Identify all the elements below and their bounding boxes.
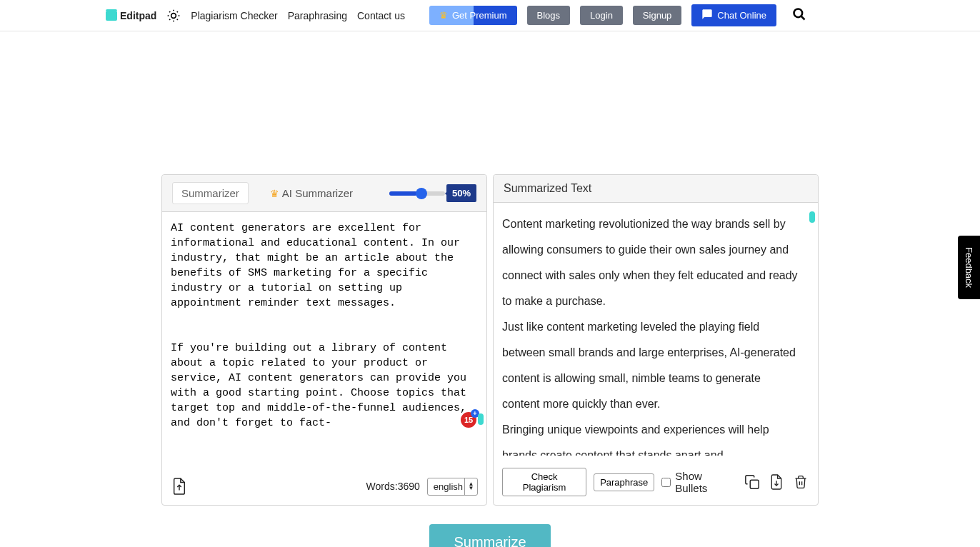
svg-point-9 xyxy=(794,9,803,17)
tab-ai-summarizer[interactable]: ♛ AI Summarizer xyxy=(261,183,361,204)
upload-file-icon[interactable] xyxy=(171,476,188,496)
grammar-badge[interactable]: 15 xyxy=(459,411,478,429)
show-bullets-label: Show Bullets xyxy=(675,470,736,494)
blogs-button[interactable]: Blogs xyxy=(527,6,571,25)
show-bullets-toggle[interactable]: Show Bullets xyxy=(661,470,736,494)
ai-summarizer-label: AI Summarizer xyxy=(282,187,353,199)
words-label: Words: xyxy=(366,481,398,492)
language-select[interactable]: english ▲▼ xyxy=(427,478,478,496)
output-title: Summarized Text xyxy=(504,182,591,195)
slider-fill xyxy=(389,191,417,196)
output-paragraph: Bringing unique viewpoints and experienc… xyxy=(502,417,799,456)
signup-button[interactable]: Signup xyxy=(633,6,681,25)
theme-toggle-icon[interactable] xyxy=(166,9,181,23)
output-paragraph: Content marketing revolutionized the way… xyxy=(502,211,799,314)
main-content: Summarizer ♛ AI Summarizer 50% 15 xyxy=(0,31,980,547)
svg-point-0 xyxy=(171,13,176,18)
words-value: 3690 xyxy=(398,481,420,492)
top-nav: Editpad Plagiarism Checker Paraphrasing … xyxy=(0,0,980,31)
svg-line-8 xyxy=(177,11,178,12)
get-premium-button[interactable]: ♛ Get Premium xyxy=(429,6,517,25)
input-body: 15 xyxy=(162,212,486,471)
download-icon[interactable] xyxy=(768,472,785,492)
logo-icon xyxy=(106,11,117,21)
slider-track[interactable] xyxy=(389,191,445,196)
summary-length-slider[interactable]: 50% xyxy=(389,184,476,202)
nav-plagiarism-checker[interactable]: Plagiarism Checker xyxy=(191,10,277,21)
source-text-input[interactable] xyxy=(171,221,478,465)
svg-line-3 xyxy=(169,11,170,12)
get-premium-label: Get Premium xyxy=(452,10,507,21)
svg-line-10 xyxy=(801,16,805,19)
output-action-icons xyxy=(744,472,809,492)
tab-summarizer[interactable]: Summarizer xyxy=(172,182,249,204)
output-paragraph: Just like content marketing leveled the … xyxy=(502,314,799,417)
svg-line-4 xyxy=(177,19,178,19)
scroll-indicator[interactable] xyxy=(809,211,815,223)
select-caret-icon: ▲▼ xyxy=(464,478,477,495)
slider-thumb[interactable] xyxy=(416,188,427,199)
input-panel-header: Summarizer ♛ AI Summarizer 50% xyxy=(162,175,486,212)
crown-icon: ♛ xyxy=(270,188,279,199)
word-count: Words:3690 xyxy=(366,481,420,492)
delete-icon[interactable] xyxy=(792,472,809,492)
brand-logo[interactable]: Editpad xyxy=(106,10,156,21)
nav-paraphrasing[interactable]: Paraphrasing xyxy=(288,10,347,21)
nav-contact-us[interactable]: Contact us xyxy=(357,10,405,21)
output-panel: Summarized Text Content marketing revolu… xyxy=(493,174,819,506)
slider-value-badge: 50% xyxy=(446,184,476,202)
logo-text: Editpad xyxy=(120,10,156,21)
feedback-tab[interactable]: Feedback xyxy=(958,236,980,299)
check-plagiarism-button[interactable]: Check Plagiarism xyxy=(502,468,586,496)
output-body: Content marketing revolutionized the way… xyxy=(494,203,818,462)
summarized-text: Content marketing revolutionized the way… xyxy=(502,211,809,456)
input-panel: Summarizer ♛ AI Summarizer 50% 15 xyxy=(161,174,487,506)
scroll-indicator[interactable] xyxy=(478,413,484,425)
input-footer: Words:3690 english ▲▼ xyxy=(162,471,486,505)
copy-icon[interactable] xyxy=(744,472,761,492)
summarizer-tool: Summarizer ♛ AI Summarizer 50% 15 xyxy=(161,174,819,506)
chat-online-label: Chat Online xyxy=(717,10,766,21)
chat-online-button[interactable]: Chat Online xyxy=(691,4,776,26)
paraphrase-button[interactable]: Paraphrase xyxy=(594,473,654,491)
login-button[interactable]: Login xyxy=(580,6,623,25)
svg-line-7 xyxy=(169,19,170,19)
summarize-button[interactable]: Summarize xyxy=(429,524,550,547)
crown-icon: ♛ xyxy=(439,10,448,21)
output-panel-header: Summarized Text xyxy=(494,175,818,203)
language-value: english xyxy=(434,481,463,492)
svg-rect-12 xyxy=(750,480,759,488)
chat-icon xyxy=(701,9,713,22)
search-icon[interactable] xyxy=(792,7,806,24)
show-bullets-checkbox[interactable] xyxy=(661,478,671,487)
output-footer: Check Plagiarism Paraphrase Show Bullets xyxy=(494,462,818,505)
